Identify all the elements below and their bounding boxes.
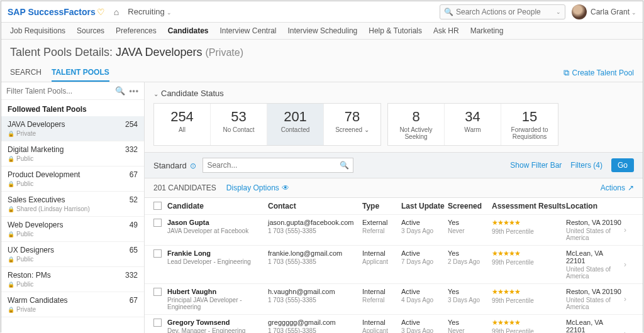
lock-icon: 🔒 [8, 206, 14, 212]
show-filter-bar-link[interactable]: Show Filter Bar [510, 161, 562, 170]
status-tile-contacted[interactable]: 201Contacted [267, 104, 324, 145]
chevron-down-icon: ⌄ [153, 90, 158, 97]
view-standard-dropdown[interactable]: Standard ⊙ [153, 161, 196, 170]
col-location[interactable]: Location [566, 202, 624, 210]
filter-pools-input[interactable] [6, 87, 115, 96]
global-search[interactable]: 🔍 ⌄ [440, 4, 565, 19]
status-tile-warm[interactable]: 34Warm [445, 104, 501, 145]
sidebar-item-digital-marketing[interactable]: Digital Marketing332🔒Public [1, 141, 144, 166]
followed-pools-header: Followed Talent Pools [1, 100, 144, 116]
nav-interview-central[interactable]: Interview Central [219, 26, 276, 35]
row-checkbox[interactable] [153, 288, 162, 296]
global-search-input[interactable] [456, 8, 554, 16]
brand-label: SAP SuccessFactors [8, 7, 96, 17]
sidebar-item-java-developers[interactable]: JAVA Developers254🔒Private [1, 116, 144, 141]
status-tile-forwarded-to-requisitions[interactable]: 15Forwarded to Requisitions [501, 104, 558, 145]
search-icon: 🔍 [340, 161, 349, 170]
candidate-status-header[interactable]: ⌄Candidate Status [145, 82, 643, 101]
heart-icon: ♡ [97, 7, 105, 17]
lock-icon: 🔒 [8, 131, 14, 137]
candidate-search-input[interactable] [207, 161, 340, 170]
people-plus-icon: ⧉ [564, 68, 569, 78]
chevron-down-icon: ⌄ [631, 9, 636, 16]
module-dropdown[interactable]: Recruiting⌄ [128, 7, 172, 16]
lock-icon: 🔒 [8, 307, 14, 313]
row-checkbox[interactable] [153, 219, 162, 227]
search-icon[interactable]: 🔍 [115, 86, 125, 96]
sidebar-item-sales-executives[interactable]: Sales Executives52🔒Shared (Lindsay Harri… [1, 192, 144, 217]
eye-icon: 👁 [282, 183, 289, 192]
table-row[interactable]: Hubert VaughnPrincipal JAVA Developer - … [145, 284, 643, 315]
nav-candidates[interactable]: Candidates [168, 26, 209, 35]
avatar[interactable] [572, 4, 587, 19]
col-candidate[interactable]: Candidate [167, 202, 268, 210]
filters-link[interactable]: Filters (4) [570, 161, 602, 170]
nav-marketing[interactable]: Marketing [470, 26, 504, 35]
sidebar-item-web-developers[interactable]: Web Developers49🔒Public [1, 217, 144, 242]
create-talent-pool-link[interactable]: ⧉ Create Talent Pool [564, 68, 634, 78]
col-type[interactable]: Type [362, 202, 401, 210]
candidate-count: 201 CANDIDATES [153, 183, 216, 192]
home-icon[interactable]: ⌂ [114, 7, 119, 17]
more-icon[interactable]: ••• [129, 87, 139, 96]
status-tile-not-actively-seeking[interactable]: 8Not Actively Seeking [388, 104, 445, 145]
chevron-down-icon: ⌄ [167, 9, 172, 16]
table-row[interactable]: Jason GuptaJAVA Developer at Facebookjas… [145, 215, 643, 246]
select-all-checkbox[interactable] [153, 202, 162, 210]
col-screened[interactable]: Screened [448, 202, 492, 210]
nav-job-requisitions[interactable]: Job Requisitions [10, 26, 65, 35]
tab-talent-pools[interactable]: TALENT POOLS [52, 64, 109, 82]
lock-icon: 🔒 [8, 156, 14, 162]
status-tile-no-contact[interactable]: 53No Contact [211, 104, 267, 145]
chevron-right-icon: › [624, 260, 634, 269]
table-row[interactable]: Frankie LongLead Developer - Engineering… [145, 246, 643, 284]
lock-icon: 🔒 [8, 231, 14, 237]
col-contact[interactable]: Contact [268, 202, 362, 210]
lock-icon: 🔒 [8, 181, 14, 187]
nav-preferences[interactable]: Preferences [116, 26, 157, 35]
external-link-icon: ↗ [628, 183, 634, 192]
sidebar-item-reston-pms[interactable]: Reston: PMs332🔒Public [1, 267, 144, 292]
sidebar-item-product-development[interactable]: Product Development67🔒Public [1, 166, 144, 192]
dropdown-icon: ⊙ [190, 161, 196, 170]
display-options-link[interactable]: Display Options 👁 [226, 183, 289, 192]
go-button[interactable]: Go [611, 158, 634, 172]
lock-icon: 🔒 [8, 281, 14, 288]
sidebar-item-ux-designers[interactable]: UX Designers65🔒Public [1, 242, 144, 267]
nav-help-tutorials[interactable]: Help & Tutorials [369, 26, 422, 35]
col-last-update[interactable]: Last Update [401, 202, 448, 210]
nav-interview-scheduling[interactable]: Interview Scheduling [288, 26, 358, 35]
chevron-down-icon: ⌄ [556, 9, 561, 15]
lock-icon: 🔒 [8, 256, 14, 263]
tab-search[interactable]: SEARCH [10, 64, 42, 82]
user-menu[interactable]: Carla Grant⌄ [591, 8, 636, 16]
status-tile-screened[interactable]: 78Screened ⌄ [324, 104, 380, 145]
chevron-right-icon: › [624, 329, 634, 333]
chevron-right-icon: › [624, 295, 634, 303]
chevron-right-icon: › [624, 226, 634, 234]
candidate-search[interactable]: 🔍 [203, 158, 353, 173]
nav-sources[interactable]: Sources [77, 26, 104, 35]
row-checkbox[interactable] [153, 249, 162, 258]
table-row[interactable]: Gregory TownsendDev. Manager - Engineeri… [145, 315, 643, 333]
row-checkbox[interactable] [153, 319, 162, 327]
sidebar-item-warm-candidates[interactable]: Warm Candidates67🔒Private [1, 292, 144, 317]
status-tile-all[interactable]: 254All [154, 104, 211, 145]
nav-ask-hr[interactable]: Ask HR [433, 26, 459, 35]
page-title: Talent Pools Details: JAVA Developers (P… [1, 40, 643, 64]
search-icon: 🔍 [444, 8, 453, 16]
col-assessment[interactable]: Assessment Results [492, 202, 566, 210]
actions-link[interactable]: Actions ↗ [601, 183, 634, 192]
